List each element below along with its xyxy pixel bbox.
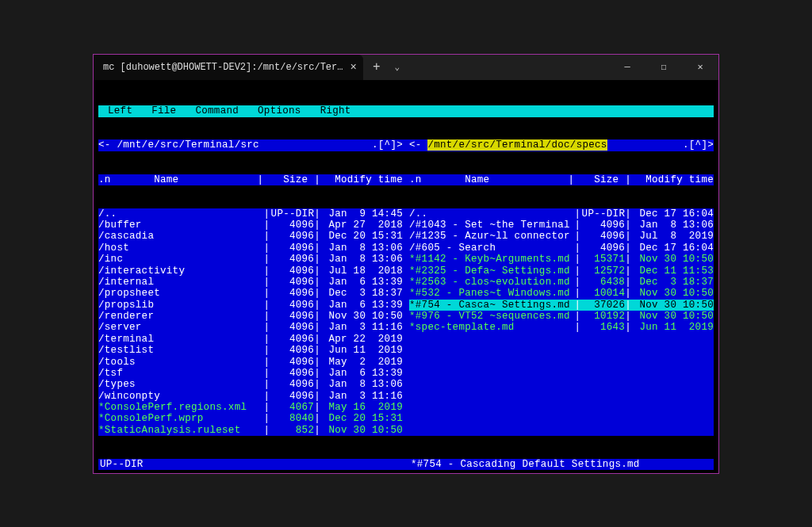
file-row[interactable]: /testlist|4096|Jun 11 2019 (98, 345, 403, 356)
file-row[interactable]: /server|4096|Jan 3 11:16 (98, 322, 403, 333)
left-path: /mnt/e/src/Terminal/src (117, 139, 259, 151)
file-row[interactable]: *StaticAnalysis.ruleset|852|Nov 30 10:50 (98, 425, 403, 436)
tab[interactable]: mc [duhowett@DHOWETT-DEV2]:/mnt/e/src/Te… (94, 55, 363, 80)
file-row[interactable]: /cascadia|4096|Dec 20 15:31 (98, 231, 403, 242)
close-button[interactable]: ✕ (682, 55, 718, 80)
file-row[interactable]: /tools|4096|May 2 2019 (98, 357, 403, 368)
file-row[interactable]: /interactivity|4096|Jul 18 2018 (98, 265, 403, 277)
file-row[interactable]: /terminal|4096|Apr 22 2019 (98, 334, 403, 345)
left-path-bar: <- /mnt/e/src/Terminal/src.[^]> (98, 139, 403, 151)
menu-right[interactable]: Right (311, 105, 361, 116)
file-row[interactable]: *ConsolePerf.wprp|8040|Dec 20 15:31 (98, 413, 403, 424)
file-row[interactable]: /winconpty|4096|Jan 3 11:16 (98, 391, 403, 402)
file-row[interactable]: /..|UP--DIR|Dec 17 16:04 (409, 208, 714, 220)
file-row[interactable]: /host|4096|Jan 8 13:06 (98, 242, 403, 254)
file-row[interactable]: /propslib|4096|Jan 6 13:39 (98, 300, 403, 311)
menu-options[interactable]: Options (248, 105, 311, 116)
file-row[interactable]: /buffer|4096|Apr 27 2018 (98, 220, 403, 231)
right-header: .n Name|Size |Modify time (409, 174, 714, 185)
menu-file[interactable]: File (142, 105, 186, 116)
terminal-content[interactable]: LeftFileCommandOptionsRight <- /mnt/e/sr… (94, 80, 718, 473)
file-row[interactable]: *#2563 - clos~evolution.md|6438|Dec 3 18… (409, 277, 714, 288)
file-row[interactable]: /renderer|4096|Nov 30 10:50 (98, 311, 403, 322)
tab-dropdown-icon[interactable]: ⌄ (390, 62, 405, 72)
file-row[interactable]: *#1142 - Keyb~Arguments.md|15371|Nov 30 … (409, 254, 714, 265)
left-status: UP--DIR (98, 459, 403, 470)
left-header: .n Name|Size |Modify time (98, 174, 403, 185)
file-row[interactable] (409, 357, 714, 368)
file-row[interactable]: /#605 - Search|4096|Dec 17 16:04 (409, 242, 714, 254)
file-row[interactable]: *#532 - Panes~t Windows.md|10014|Nov 30 … (409, 288, 714, 299)
file-row[interactable]: /..|UP--DIR|Jan 9 14:45 (98, 208, 403, 220)
mc-menubar: LeftFileCommandOptionsRight (98, 105, 714, 116)
file-row[interactable] (409, 391, 714, 402)
file-row[interactable]: /propsheet|4096|Dec 3 18:37 (98, 288, 403, 299)
tab-title: mc [duhowett@DHOWETT-DEV2]:/mnt/e/src/Te… (103, 62, 344, 73)
file-row[interactable]: *ConsolePerf.regions.xml|4067|May 16 201… (98, 402, 403, 413)
titlebar: mc [duhowett@DHOWETT-DEV2]:/mnt/e/src/Te… (94, 55, 718, 80)
terminal-window: mc [duhowett@DHOWETT-DEV2]:/mnt/e/src/Te… (93, 54, 719, 474)
maximize-button[interactable]: ☐ (645, 55, 682, 80)
right-status: *#754 - Cascading Default Settings.md (409, 459, 714, 470)
file-row[interactable]: *#2325 - Defa~ Settings.md|12572|Dec 11 … (409, 265, 714, 277)
new-tab-button[interactable]: + (363, 60, 390, 74)
file-row[interactable] (409, 345, 714, 356)
close-tab-icon[interactable]: × (350, 61, 357, 74)
file-row[interactable] (409, 368, 714, 379)
file-row[interactable] (409, 334, 714, 345)
file-row[interactable]: *spec-template.md|1643|Jun 11 2019 (409, 322, 714, 333)
file-row[interactable]: *#754 - Casca~ Settings.md|37026|Nov 30 … (409, 300, 714, 311)
file-row[interactable]: /#1043 - Set ~the Terminal|4096|Jan 8 13… (409, 220, 714, 231)
file-row[interactable] (409, 379, 714, 390)
file-row[interactable]: /#1235 - Azur~ll connector|4096|Jul 8 20… (409, 231, 714, 242)
window-controls: ─ ☐ ✕ (609, 55, 718, 80)
right-path: /mnt/e/src/Terminal/doc/specs (427, 139, 607, 151)
file-row[interactable]: /types|4096|Jan 8 13:06 (98, 379, 403, 390)
minimize-button[interactable]: ─ (609, 55, 645, 80)
file-row[interactable] (409, 402, 714, 413)
file-row[interactable] (409, 413, 714, 424)
menu-left[interactable]: Left (98, 105, 142, 116)
file-row[interactable]: *#976 - VT52 ~sequences.md|10192|Nov 30 … (409, 311, 714, 322)
file-row[interactable]: /internal|4096|Jan 6 13:39 (98, 277, 403, 288)
right-path-bar: <- /mnt/e/src/Terminal/doc/specs.[^]> (409, 139, 714, 151)
file-row[interactable]: /inc|4096|Jan 8 13:06 (98, 254, 403, 265)
file-row[interactable] (409, 425, 714, 436)
file-row[interactable]: /tsf|4096|Jan 6 13:39 (98, 368, 403, 379)
menu-command[interactable]: Command (186, 105, 248, 116)
